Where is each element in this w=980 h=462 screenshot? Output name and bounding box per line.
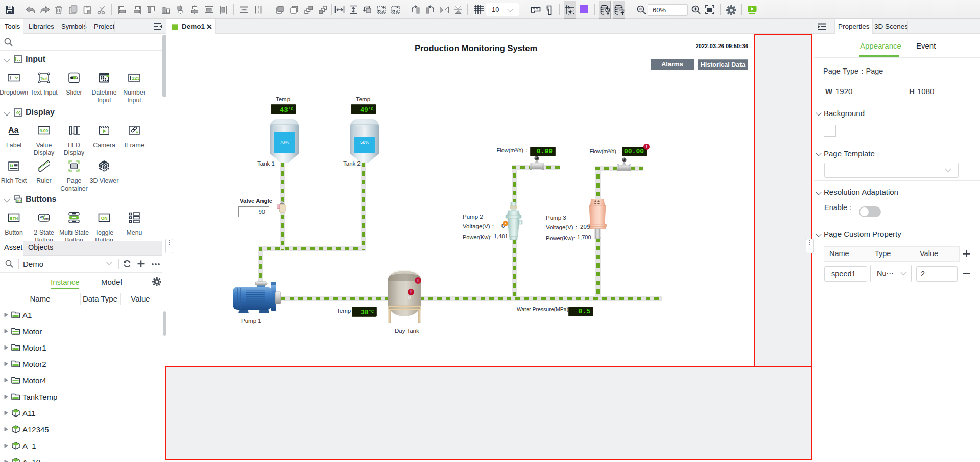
svg-text:58%: 58% — [360, 140, 369, 145]
svg-text:BTN: BTN — [16, 199, 21, 202]
svg-text:123: 123 — [132, 75, 140, 81]
svg-text:0.00: 0.00 — [40, 128, 49, 133]
svg-text:T: T — [11, 164, 13, 167]
svg-text:ON: ON — [101, 216, 108, 221]
svg-text:OFF: OFF — [44, 218, 51, 221]
svg-text:Text: Text — [40, 76, 48, 81]
svg-text:Aa: Aa — [8, 126, 19, 134]
svg-text:BTN: BTN — [10, 216, 18, 221]
svg-text:78%: 78% — [280, 140, 289, 145]
